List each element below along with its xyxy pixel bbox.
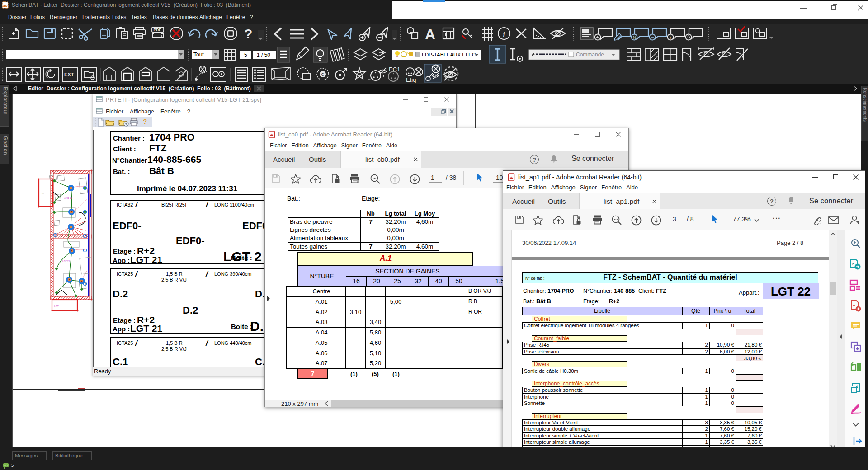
svg-text:N: N (633, 35, 636, 40)
svg-text:PDF: PDF (154, 28, 161, 32)
svg-text:Etiq: Etiq (406, 76, 416, 83)
svg-text:LGT: LGT (54, 305, 59, 308)
svg-text:1045 W: 1045 W (64, 197, 72, 199)
svg-text:i: i (670, 35, 671, 40)
svg-text:Sb: Sb (3, 4, 7, 8)
svg-text:Tout: Tout (193, 52, 204, 58)
svg-text:Commande: Commande (576, 52, 604, 58)
svg-text:5: 5 (244, 52, 247, 58)
svg-text:1 / 50: 1 / 50 (257, 52, 270, 58)
svg-text:LGT 21: LGT 21 (62, 260, 70, 263)
svg-text:C: C (321, 72, 325, 77)
svg-text:P: P (852, 262, 854, 265)
svg-text:FDP-TABLEAUX ELEC: FDP-TABLEAUX ELEC (422, 52, 476, 57)
svg-text:EXT: EXT (64, 72, 74, 77)
svg-text:A: A (425, 26, 435, 42)
svg-text:i: i (503, 30, 505, 39)
svg-text:s2: s2 (42, 192, 44, 195)
svg-text:?: ? (244, 26, 252, 41)
